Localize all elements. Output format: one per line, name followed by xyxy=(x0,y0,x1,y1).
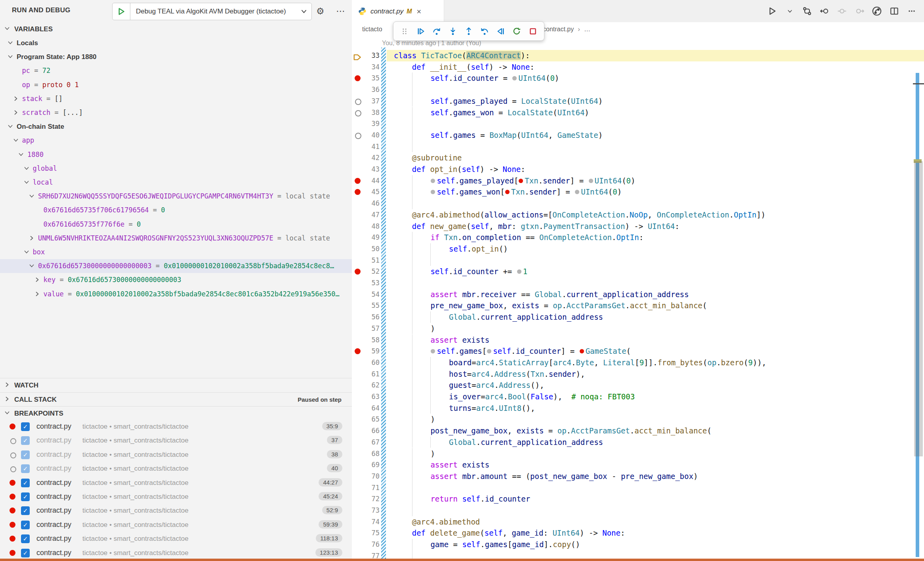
code-line-65[interactable]: 65) xyxy=(352,414,924,425)
line-number[interactable]: 69 xyxy=(364,459,380,471)
code-line-47[interactable]: 47@arc4.abimethod(allow_actions=[OnCompl… xyxy=(352,209,924,221)
go-back-circle-icon[interactable] xyxy=(819,6,830,16)
breakpoint-icon[interactable] xyxy=(355,75,361,81)
step-out-button[interactable] xyxy=(463,25,475,37)
breakpoint-checkbox[interactable]: ✓ xyxy=(21,422,30,431)
breakpoint-row[interactable]: ✓contract.pytictactoe • smart_contracts/… xyxy=(0,518,352,532)
tree-row[interactable]: 0x67616d65735f706c61796564 = 0 xyxy=(0,203,352,217)
inline-breakpoint-icon[interactable] xyxy=(580,349,584,353)
line-number[interactable]: 53 xyxy=(364,277,380,289)
inline-breakpoint-candidate-icon[interactable] xyxy=(512,76,517,80)
code-line-45[interactable]: 45self.games_won[Txn.sender] = UInt64(0) xyxy=(352,186,924,198)
breakpoint-icon[interactable] xyxy=(355,178,361,184)
inline-breakpoint-candidate-icon[interactable] xyxy=(575,190,579,194)
inline-breakpoint-candidate-icon[interactable] xyxy=(589,179,593,183)
line-number[interactable]: 65 xyxy=(364,414,380,425)
line-number[interactable]: 58 xyxy=(364,334,380,346)
chevron-down-icon[interactable] xyxy=(23,165,30,173)
step-over-button[interactable] xyxy=(431,25,443,37)
line-number[interactable]: 47 xyxy=(364,209,380,221)
chevron-down-icon[interactable] xyxy=(7,40,13,48)
chevron-down-icon[interactable] xyxy=(7,123,13,131)
code-line-36[interactable]: 36 xyxy=(352,84,924,95)
breakpoints-section-header[interactable]: BREAKPOINTS xyxy=(0,406,352,420)
chevron-right-icon[interactable] xyxy=(13,109,19,117)
start-debugging-icon[interactable] xyxy=(113,7,130,16)
code-line-72[interactable]: 72return self.id_counter xyxy=(352,493,924,505)
tree-row[interactable]: On-chain State xyxy=(0,120,352,134)
tree-row[interactable]: Program State: App 1880 xyxy=(0,50,352,64)
gear-icon[interactable]: ⚙ xyxy=(316,5,325,17)
inline-breakpoint-candidate-icon[interactable] xyxy=(431,190,435,194)
tree-row[interactable]: scratch = [...] xyxy=(0,106,352,120)
inline-breakpoint-candidate-icon[interactable] xyxy=(431,179,435,183)
breakpoint-checkbox[interactable]: ✓ xyxy=(21,492,30,501)
breakpoint-unverified-icon[interactable] xyxy=(10,452,16,458)
breakpoint-icon[interactable] xyxy=(355,348,361,354)
breakpoint-row[interactable]: ✓contract.pytictactoe • smart_contracts/… xyxy=(0,420,352,433)
code-line-60[interactable]: 60board=arc4.StaticArray[arc4.Byte, Lite… xyxy=(352,357,924,368)
tree-row[interactable]: value = 0x01000000102010002a358bf5bada9e… xyxy=(0,287,352,301)
code-line-75[interactable]: 75def delete_game(self, game_id: UInt64)… xyxy=(352,527,924,539)
line-number[interactable]: 63 xyxy=(364,391,380,403)
code-line-51[interactable]: 51 xyxy=(352,255,924,266)
code-line-37[interactable]: 37self.games_played = LocalState(UInt64) xyxy=(352,95,924,107)
tree-row[interactable]: Locals xyxy=(0,36,352,50)
line-number[interactable]: 35 xyxy=(364,73,380,84)
code-line-77[interactable]: 77 xyxy=(352,550,924,559)
code-line-73[interactable]: 73 xyxy=(352,505,924,516)
breakpoint-checkbox[interactable]: ✓ xyxy=(21,534,30,543)
code-line-74[interactable]: 74@arc4.abimethod xyxy=(352,516,924,528)
line-number[interactable]: 71 xyxy=(364,482,380,494)
line-number[interactable]: 43 xyxy=(364,164,380,175)
tree-row[interactable]: op = proto 0 1 xyxy=(0,78,352,92)
code-line-66[interactable]: 66post_new_game_box, exists = op.AcctPar… xyxy=(352,425,924,437)
code-line-35[interactable]: 35self.id_counter = UInt64(0) xyxy=(352,73,924,84)
code-line-38[interactable]: 38self.games_won = LocalState(UInt64) xyxy=(352,107,924,118)
breakpoint-enabled-icon[interactable] xyxy=(10,550,15,556)
breakpoint-checkbox[interactable]: ✓ xyxy=(21,450,30,459)
breakpoint-unverified-icon[interactable] xyxy=(355,133,361,139)
code-line-41[interactable]: 41 xyxy=(352,141,924,153)
code-line-59[interactable]: 59self.games[self.id_counter] = GameStat… xyxy=(352,345,924,357)
tree-row[interactable]: app xyxy=(0,134,352,147)
run-python-button[interactable] xyxy=(767,6,777,16)
line-number[interactable]: 49 xyxy=(364,232,380,243)
line-number[interactable]: 52 xyxy=(364,266,380,277)
breakpoint-enabled-icon[interactable] xyxy=(10,494,15,500)
chevron-down-icon[interactable] xyxy=(18,151,24,159)
code-line-56[interactable]: 56Global.current_application_address xyxy=(352,311,924,323)
code-line-55[interactable]: 55pre_new_game_box, exists = op.AcctPara… xyxy=(352,300,924,311)
breakpoint-checkbox[interactable]: ✓ xyxy=(21,549,30,557)
code-line-42[interactable]: 42@subroutine xyxy=(352,152,924,164)
step-into-button[interactable] xyxy=(447,25,459,37)
watch-section-header[interactable]: WATCH xyxy=(0,378,352,392)
tree-row[interactable]: local xyxy=(0,176,352,189)
line-number[interactable]: 34 xyxy=(364,61,380,73)
line-number[interactable]: 74 xyxy=(364,516,380,528)
tree-row[interactable]: pc = 72 xyxy=(0,64,352,78)
inline-breakpoint-icon[interactable] xyxy=(505,190,510,194)
stop-button[interactable] xyxy=(527,25,539,37)
breakpoint-checkbox[interactable]: ✓ xyxy=(21,506,30,515)
chevron-down-icon[interactable] xyxy=(23,249,30,257)
code-line-43[interactable]: 43def opt_in(self) -> None: xyxy=(352,164,924,175)
line-number[interactable]: 54 xyxy=(364,289,380,300)
breakpoint-enabled-icon[interactable] xyxy=(10,522,15,528)
breakpoint-row[interactable]: ✓contract.pytictactoe • smart_contracts/… xyxy=(0,433,352,447)
breakpoint-row[interactable]: ✓contract.pytictactoe • smart_contracts/… xyxy=(0,448,352,462)
code-editor[interactable]: You, 8 minutes ago | 1 author (You) 33cl… xyxy=(352,36,924,559)
tree-row[interactable]: 0x67616d65730000000000000003 = 0x0100000… xyxy=(0,259,352,273)
breakpoint-unverified-icon[interactable] xyxy=(355,110,361,116)
code-line-71[interactable]: 71 xyxy=(352,482,924,494)
line-number[interactable]: 55 xyxy=(364,300,380,311)
line-number[interactable]: 67 xyxy=(364,437,380,448)
more-actions-icon[interactable]: ⋯ xyxy=(336,5,345,17)
line-number[interactable]: 36 xyxy=(364,84,380,95)
inline-breakpoint-candidate-icon[interactable] xyxy=(431,349,435,353)
code-line-50[interactable]: 50self.opt_in() xyxy=(352,243,924,255)
breakpoint-enabled-icon[interactable] xyxy=(10,424,15,429)
continue-button[interactable] xyxy=(415,25,427,37)
git-compare-icon[interactable] xyxy=(802,6,812,16)
tree-row[interactable]: 0x67616d65735f776f6e = 0 xyxy=(0,218,352,231)
